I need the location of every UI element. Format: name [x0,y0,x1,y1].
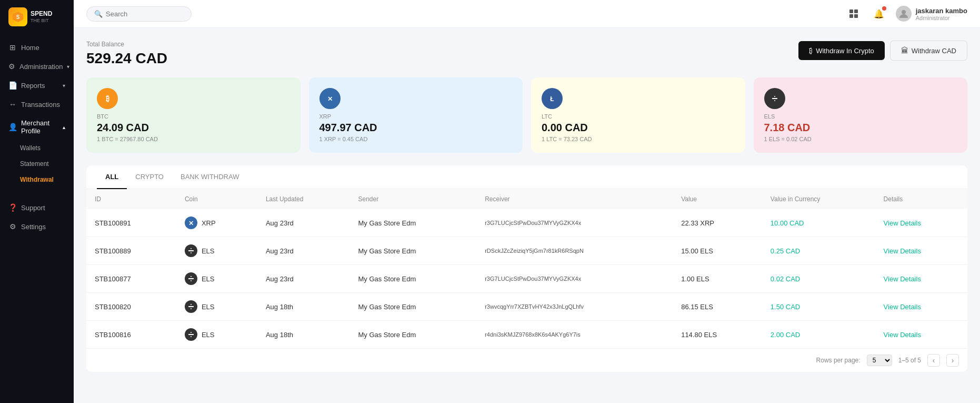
view-details-link[interactable]: View Details [884,275,921,283]
logo-icon: S [8,7,27,26]
els-coin-icon [764,88,785,109]
col-last-updated: Last Updated [257,189,350,209]
withdrawals-table: ID Coin Last Updated Sender Receiver Val… [86,189,967,348]
next-page-button[interactable]: › [946,354,959,367]
wallet-card-btc[interactable]: ₿ BTC 24.09 CAD 1 BTC = 27967.80 CAD [86,77,301,153]
search-input[interactable] [106,10,184,18]
col-sender: Sender [349,189,476,209]
cell-details[interactable]: View Details [875,321,967,349]
cell-sender: My Gas Store Edm [349,321,476,349]
cell-value-cad: 0.25 CAD [762,237,875,265]
sidebar: S SPEND THE BIT ⊞ Home ⚙ Administration … [0,0,74,403]
els-amount: 7.18 CAD [764,122,957,134]
cell-sender: My Gas Store Edm [349,237,476,265]
table-row: STB100891 ✕ XRP Aug 23rd My Gas Store Ed… [86,209,967,237]
col-coin: Coin [176,189,257,209]
sidebar-sub-statement[interactable]: Statement [0,156,74,172]
cell-receiver: rDSckJZcZeiziqY5jGm7r81kR6RSqpN [476,237,673,265]
cell-details[interactable]: View Details [875,237,967,265]
notifications-button[interactable]: 🔔 [871,5,887,22]
notification-badge [882,6,886,11]
cell-value: 15.00 ELS [673,237,762,265]
tab-bank[interactable]: BANK WITHDRAW [172,165,247,189]
sidebar-item-reports-label: Reports [21,82,45,90]
cell-details[interactable]: View Details [875,293,967,321]
crypto-icon: ₿ [809,46,813,55]
view-details-link[interactable]: View Details [884,247,921,255]
svg-text:✕: ✕ [327,95,333,103]
sidebar-sub-wallets[interactable]: Wallets [0,140,74,156]
user-details: jaskaran kambo Administrator [916,7,967,21]
svg-text:₿: ₿ [106,94,109,103]
cell-value-cad: 1.50 CAD [762,293,875,321]
sidebar-item-admin-label: Administration [19,63,63,71]
sidebar-navigation: ⊞ Home ⚙ Administration ▾ 📄 Reports ▾ ↔ … [0,34,74,403]
prev-page-button[interactable]: ‹ [927,354,940,367]
wallet-card-els[interactable]: ELS 7.18 CAD 1 ELS = 0.02 CAD [754,77,968,153]
cell-id: STB100877 [86,265,176,293]
cell-receiver: r3G7LUCjcStPwDou37MYVyGZKX4x [476,209,673,237]
sidebar-item-transactions[interactable]: ↔ Transactions [0,95,74,114]
sidebar-item-merchant-label: Merchant Profile [21,119,58,135]
rows-per-page-select[interactable]: 5 10 25 [867,355,892,366]
settings-icon: ⚙ [8,222,17,231]
withdraw-cad-button[interactable]: 🏛 Withdraw CAD [890,41,967,61]
btc-symbol: BTC [97,113,290,120]
view-details-link[interactable]: View Details [884,331,921,339]
col-receiver: Receiver [476,189,673,209]
xrp-rate: 1 XRP = 0.45 CAD [319,136,513,142]
xrp-coin-icon: ✕ [319,88,341,109]
cell-last-updated: Aug 23rd [257,237,350,265]
wallet-cards: ₿ BTC 24.09 CAD 1 BTC = 27967.80 CAD ✕ X… [86,77,967,153]
withdrawals-table-section: ALL CRYPTO BANK WITHDRAW ID Coin Last Up… [86,165,967,372]
sidebar-item-merchant-profile[interactable]: 👤 Merchant Profile ▴ [0,114,74,140]
user-info: jaskaran kambo Administrator [896,6,967,22]
table-header-row: ID Coin Last Updated Sender Receiver Val… [86,189,967,209]
xrp-amount: 497.97 CAD [319,122,513,134]
btc-rate: 1 BTC = 27967.80 CAD [97,136,290,142]
sidebar-sub-withdrawal[interactable]: Withdrawal [0,172,74,188]
support-icon: ❓ [8,203,17,212]
table-tabs: ALL CRYPTO BANK WITHDRAW [86,165,967,189]
coin-name: ELS [202,303,215,311]
wallet-card-ltc[interactable]: Ł LTC 0.00 CAD 1 LTC = 73.23 CAD [531,77,745,153]
coin-icon-small: ✕ [185,217,197,229]
header-right: 🔔 jaskaran kambo Administrator [845,5,967,22]
logo-text: SPEND [31,11,52,17]
sidebar-item-support[interactable]: ❓ Support [0,198,74,217]
coin-name: ELS [202,331,215,339]
coin-icon-small [185,272,197,285]
ltc-rate: 1 LTC = 73.23 CAD [542,136,735,142]
balance-amount: 529.24 CAD [86,50,167,67]
coin-name: XRP [202,219,216,227]
cell-value-cad: 0.02 CAD [762,265,875,293]
sidebar-item-administration[interactable]: ⚙ Administration ▾ [0,57,74,76]
cell-value: 22.33 XRP [673,209,762,237]
sidebar-item-settings[interactable]: ⚙ Settings [0,217,74,236]
balance-label: Total Balance [86,41,167,48]
withdraw-crypto-button[interactable]: ₿ Withdraw In Crypto [798,41,885,60]
sidebar-item-support-label: Support [21,204,45,212]
balance-section: Total Balance 529.24 CAD ₿ Withdraw In C… [86,41,967,67]
col-details: Details [875,189,967,209]
cell-details[interactable]: View Details [875,265,967,293]
els-rate: 1 ELS = 0.02 CAD [764,136,957,142]
view-details-link[interactable]: View Details [884,303,921,311]
search-box[interactable]: 🔍 [86,6,192,22]
user-role: Administrator [916,15,967,21]
sidebar-logo: S SPEND THE BIT [0,0,74,34]
svg-rect-3 [854,9,858,13]
cell-id: STB100891 [86,209,176,237]
svg-rect-4 [849,14,853,18]
sidebar-item-home[interactable]: ⊞ Home [0,38,74,57]
sidebar-item-reports[interactable]: 📄 Reports ▾ [0,76,74,95]
view-details-link[interactable]: View Details [884,219,921,227]
coin-name: ELS [202,247,215,255]
tab-all[interactable]: ALL [97,165,127,189]
wallet-card-xrp[interactable]: ✕ XRP 497.97 CAD 1 XRP = 0.45 CAD [309,77,523,153]
tab-crypto[interactable]: CRYPTO [127,165,172,189]
cell-details[interactable]: View Details [875,209,967,237]
coin-icon-small [185,300,197,313]
rows-per-page-label: Rows per page: [816,357,861,364]
grid-view-button[interactable] [845,5,862,22]
